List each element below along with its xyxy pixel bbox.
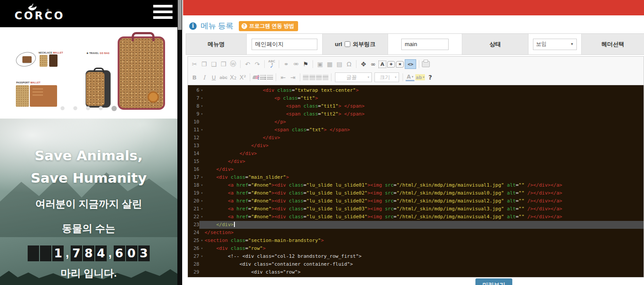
print-icon[interactable] [422,61,430,67]
copy-icon[interactable]: ❐ [200,60,209,69]
program-link-help-button[interactable]: ? 프로그램 연동 방법 [239,21,299,31]
link-icon[interactable]: ⚭ [282,60,291,69]
card-wallet-cork[interactable] [40,55,47,67]
preview-button[interactable]: 미리보기 [475,278,512,285]
fold-toggle-icon[interactable]: ▾ [199,237,205,245]
code-line: 15 </div> [188,158,644,166]
align-right-icon[interactable] [316,75,322,80]
anchor-flag-icon[interactable]: ⚑ [301,60,310,69]
status-label: 상태 [462,34,529,54]
counter-digit-block [40,245,51,261]
toolbar-separator [331,73,331,81]
line-number: 7 [188,94,199,102]
travel-go-bag-label: ✻ TRAVEL GO BAG [86,52,110,54]
fold-toggle-icon[interactable]: ▾ [199,102,205,110]
paste-icon[interactable]: ❑ [209,60,218,69]
code-line: 30 <div class="col-12 col-lg-7"> [188,276,644,277]
subscript-icon[interactable]: X₂ [229,73,237,82]
hero-subtitle2: 동물의 수는 [0,222,177,235]
line-number: 30 [188,276,199,277]
underline-icon[interactable]: U [209,73,218,82]
text-color-icon[interactable]: A▾ [406,73,414,81]
outdent-icon[interactable]: ⇤ [279,73,288,82]
product-slider[interactable]: NECKLACE WALLET PASSPORT WALLET ✻ TRAVEL… [0,27,177,119]
maximize-icon[interactable]: ✥ [359,60,368,69]
special-char-icon[interactable]: Ω [345,60,353,69]
backpack-small[interactable] [86,70,111,108]
external-link-checkbox[interactable] [345,41,350,47]
find-icon[interactable]: ∞ [369,60,378,69]
text-cursor [234,222,235,227]
fold-toggle-icon[interactable]: ▾ [199,181,205,189]
fold-toggle-icon[interactable]: ▾ [199,87,205,94]
status-select[interactable]: 보임 ▼ [533,39,577,50]
horizontal-line-icon[interactable]: ▤ [335,60,344,69]
code-line: 29 <div class="row"> [188,268,644,276]
align-center-icon[interactable] [309,75,315,80]
logo-patch [148,91,159,103]
superscript-icon[interactable]: X² [238,73,247,82]
fold-toggle-icon[interactable]: ▾ [199,110,205,118]
fold-toggle-icon[interactable]: ▾ [199,126,205,134]
code-editor[interactable]: 6▾ <div class="txtwrap text-center">7▾ <… [188,85,644,277]
slider-dot[interactable] [99,106,103,110]
menu-name-input[interactable] [252,39,317,50]
necklace-wallet-label: NECKLACE WALLET [39,51,63,54]
font-select[interactable]: 글꼴▾ [335,72,372,82]
strikethrough-icon[interactable]: abc [219,73,228,82]
scrollbar-thumb[interactable] [178,0,182,30]
fold-toggle-icon[interactable]: ▾ [199,189,205,197]
slider-dot[interactable] [61,106,65,110]
indent-icon[interactable]: ⇥ [288,73,297,82]
fold-toggle-icon[interactable]: ▾ [199,253,205,260]
line-number: 29 [188,268,199,276]
toolbar-separator [276,73,276,81]
counter-digit-block: 6 [114,245,125,261]
fold-toggle-icon[interactable]: ▾ [199,245,205,253]
about-icon[interactable]: ? [426,73,435,82]
source-button[interactable]: <> [405,59,416,69]
hero-title-line1: Save Animals, [0,148,177,163]
backpack-large[interactable] [118,36,165,110]
slider-dot[interactable] [73,106,77,110]
fold-toggle-icon[interactable]: ▾ [199,213,205,221]
cut-icon[interactable]: ✂ [190,60,199,69]
paste-text-icon[interactable]: ❒ [219,60,228,69]
undo-icon[interactable]: ↶ [243,60,252,69]
bold-icon[interactable]: B [190,73,199,82]
question-icon: ? [241,23,247,29]
paste-word-icon[interactable]: Ⓦ [229,60,237,69]
size-select[interactable]: 크기▾ [374,72,399,82]
code-line: 10 </p> [188,118,644,126]
select-all-icon[interactable]: A [378,61,386,68]
card-wallet-leather[interactable] [49,54,58,67]
bg-color-icon[interactable]: ab▾ [415,74,425,80]
unlink-icon[interactable]: ⚮ [291,60,300,69]
spellcheck-icon[interactable]: ABC▾ [267,60,276,69]
fold-toggle-icon[interactable]: ▾ [199,94,205,102]
fold-toggle-icon[interactable]: ▾ [199,197,205,205]
slider-dot[interactable] [86,106,90,110]
remove-bubble-icon[interactable]: ✖ [396,61,404,68]
slider-dot[interactable] [112,106,117,111]
fold-toggle-icon[interactable]: ▾ [199,173,205,181]
site-header: CORCO ® [0,0,177,27]
redo-icon[interactable]: ↷ [253,60,262,69]
add-bubble-icon[interactable]: ✚ [387,61,395,68]
align-justify-icon[interactable] [323,75,328,80]
code-line: 28 <div class="container container-fluid… [188,260,644,268]
fold-toggle-icon[interactable]: ▾ [199,205,205,213]
preview-scrollbar[interactable] [177,0,182,285]
url-input[interactable] [401,39,449,50]
passport-wallet-open[interactable] [30,85,57,107]
align-left-icon[interactable] [303,75,309,80]
passport-wallet-cork[interactable] [16,85,29,107]
page-title: 메뉴 등록 [201,21,234,31]
table-icon[interactable]: ▦ [325,60,334,69]
hamburger-menu-icon[interactable] [153,5,173,22]
header-select-label: 헤더선택 [581,34,644,54]
image-icon[interactable]: ▣ [316,60,324,69]
necklace-wallet[interactable] [22,56,32,63]
italic-icon[interactable]: I [200,73,209,82]
bulleted-list-icon[interactable] [267,75,273,80]
